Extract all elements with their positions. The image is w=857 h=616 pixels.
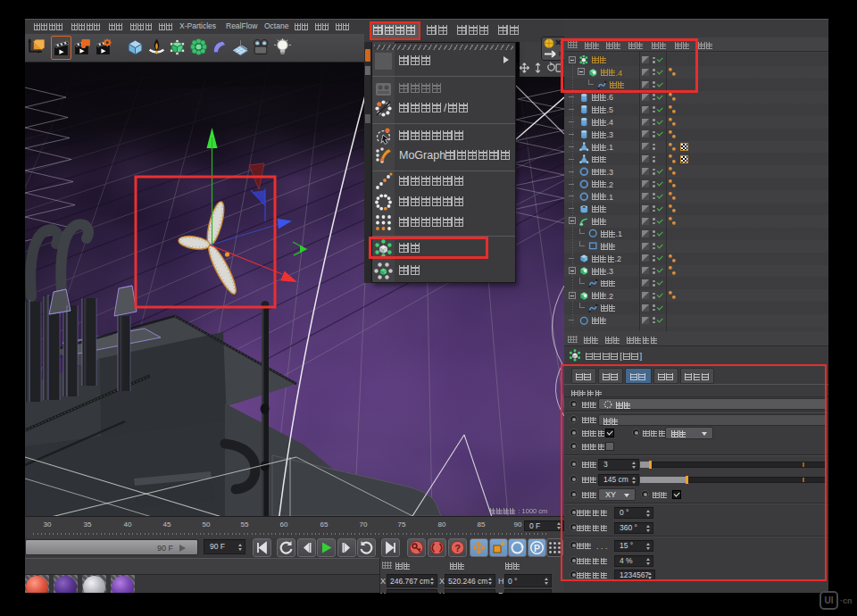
svg-text:?: ? — [454, 543, 461, 554]
svg-text:P: P — [534, 543, 540, 554]
